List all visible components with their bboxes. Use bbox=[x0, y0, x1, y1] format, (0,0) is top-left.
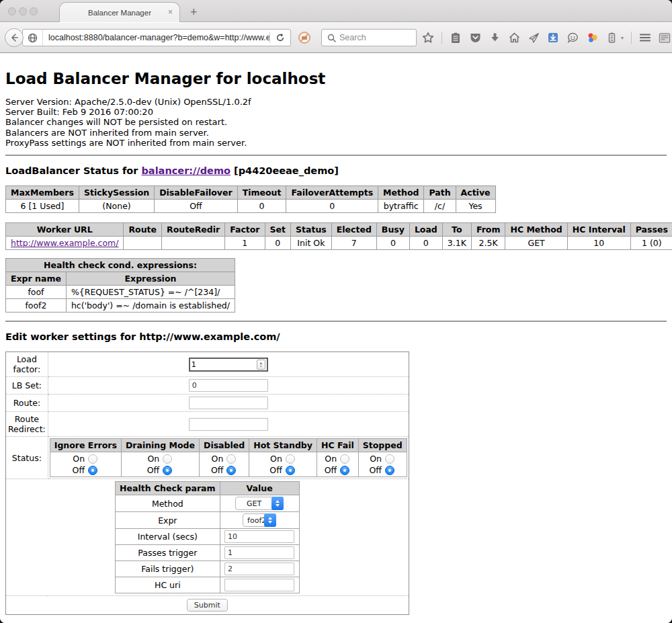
lb-set-input[interactable] bbox=[189, 379, 268, 392]
toolbar-icon-row: ▾ bbox=[422, 29, 671, 46]
download-arrow-icon bbox=[490, 32, 500, 43]
radio-ignore-errors-on[interactable] bbox=[88, 454, 97, 464]
col-hc-param: Health Check param bbox=[116, 482, 220, 495]
paper-plane-icon bbox=[528, 32, 540, 43]
radio-ignore-errors-off[interactable] bbox=[88, 466, 97, 475]
battery-extension-button[interactable] bbox=[605, 32, 618, 44]
radio-stopped-off[interactable] bbox=[385, 466, 394, 475]
home-button[interactable] bbox=[508, 32, 520, 44]
hc-row-interval: Interval (secs) bbox=[116, 529, 300, 545]
tab-title: Balancer Manager bbox=[88, 9, 151, 17]
on-label: On bbox=[269, 454, 282, 464]
cell-route bbox=[124, 237, 162, 250]
expr-select[interactable]: foof2 bbox=[243, 513, 276, 527]
lb-status-suffix: [p4420eeae_demo] bbox=[230, 165, 339, 176]
back-button[interactable] bbox=[5, 28, 24, 47]
new-tab-button[interactable]: + bbox=[190, 5, 198, 19]
content-blocker-icon[interactable] bbox=[298, 31, 311, 47]
cell-passes: 1 (0) bbox=[630, 237, 672, 250]
route-input[interactable] bbox=[189, 397, 268, 409]
downloads-button[interactable] bbox=[489, 32, 501, 44]
radio-draining-mode-off[interactable] bbox=[163, 466, 172, 475]
reload-button[interactable] bbox=[270, 33, 290, 42]
hc-row-hc-uri: HC uri bbox=[116, 577, 300, 593]
url-text[interactable]: localhost:8880/balancer-manager?b=demo&w… bbox=[43, 33, 269, 42]
cell-stickysession: (None) bbox=[79, 200, 154, 213]
load-factor-input[interactable] bbox=[192, 360, 257, 369]
search-bar[interactable]: Search bbox=[321, 29, 417, 46]
cell-method: bytraffic bbox=[378, 200, 424, 213]
cell-status: Init Ok bbox=[291, 237, 332, 250]
hc-row-method: Method GET bbox=[116, 495, 300, 512]
pocket-button[interactable] bbox=[469, 32, 481, 44]
radio-hot-standby-on[interactable] bbox=[286, 454, 295, 464]
star-icon bbox=[422, 32, 434, 44]
on-label: On bbox=[369, 454, 381, 464]
table-row: 6 [1 Used] (None) Off 0 0 bytraffic /c/ … bbox=[6, 200, 496, 213]
number-spinner-icon[interactable]: ▴▾ bbox=[257, 360, 265, 370]
tab-close-icon[interactable]: × bbox=[168, 8, 173, 16]
window-minimize-button[interactable] bbox=[19, 7, 27, 15]
submit-button[interactable]: Submit bbox=[187, 599, 228, 612]
lb-set-label: LB Set: bbox=[6, 377, 48, 394]
col-expression: Expression bbox=[66, 272, 235, 286]
tile-view-button[interactable] bbox=[659, 32, 671, 44]
radio-disabled-off[interactable] bbox=[226, 466, 236, 475]
radio-hc-fail-on[interactable] bbox=[340, 454, 349, 464]
colored-dots-extension-button[interactable] bbox=[586, 32, 598, 44]
col-expr-name: Expr name bbox=[6, 272, 67, 286]
menu-button[interactable] bbox=[639, 32, 651, 44]
hc-header-row: Health Check param Value bbox=[116, 482, 300, 495]
search-icon bbox=[327, 34, 336, 42]
tab-balancer-manager[interactable]: Balancer Manager × bbox=[59, 2, 180, 22]
cell-load: 0 bbox=[409, 237, 442, 250]
site-identity[interactable] bbox=[23, 30, 43, 46]
radio-stopped-on[interactable] bbox=[385, 454, 394, 464]
col-set: Set bbox=[265, 223, 290, 237]
reading-list-button[interactable] bbox=[450, 32, 462, 44]
method-select-value: GET bbox=[236, 499, 268, 508]
server-info: Server Version: Apache/2.5.0-dev (Unix) … bbox=[5, 97, 667, 148]
balancer-demo-link[interactable]: balancer://demo bbox=[141, 165, 230, 176]
col-from: From bbox=[471, 223, 505, 237]
home-icon bbox=[509, 32, 520, 43]
cell-expr-name: foof2 bbox=[6, 299, 67, 313]
form-row-submit: Submit bbox=[6, 596, 409, 615]
form-row-lb-set: LB Set: bbox=[6, 377, 409, 394]
passes-input[interactable] bbox=[224, 546, 294, 559]
worker-status-table: Worker URL Route RouteRedir Factor Set S… bbox=[5, 222, 672, 250]
window-zoom-button[interactable] bbox=[30, 7, 38, 15]
form-row-health-check: Health Check param Value Method GET bbox=[6, 479, 409, 596]
bookmark-star-button[interactable] bbox=[422, 32, 434, 44]
chevron-down-icon[interactable]: ▾ bbox=[621, 35, 624, 41]
toolbar-separator-2 bbox=[631, 32, 632, 44]
health-check-expressions-table: Health check cond. expressions: Expr nam… bbox=[5, 258, 235, 313]
extension-download-button[interactable] bbox=[547, 32, 559, 44]
cell-active: Yes bbox=[456, 200, 495, 213]
interval-input[interactable] bbox=[224, 530, 294, 543]
page-content: Load Balancer Manager for localhost Serv… bbox=[0, 54, 672, 623]
radio-hc-fail-off[interactable] bbox=[340, 466, 349, 475]
col-hot-standby: Hot Standby bbox=[249, 439, 317, 452]
url-bar[interactable]: localhost:8880/balancer-manager?b=demo&w… bbox=[22, 29, 291, 46]
form-row-route-redirect: Route Redirect: bbox=[6, 412, 409, 437]
worker-url-link[interactable]: http://www.example.com/ bbox=[11, 238, 118, 248]
hc-uri-input[interactable] bbox=[224, 579, 294, 591]
method-select[interactable]: GET bbox=[235, 497, 284, 510]
fails-input[interactable] bbox=[224, 563, 294, 575]
status-label: Status: bbox=[6, 437, 48, 479]
on-label: On bbox=[325, 454, 337, 464]
col-load: Load bbox=[409, 223, 442, 237]
send-tab-button[interactable] bbox=[528, 32, 540, 44]
persist-note: Balancer changes will NOT be persisted o… bbox=[5, 117, 667, 127]
radio-draining-mode-on[interactable] bbox=[163, 454, 172, 464]
route-redirect-input[interactable] bbox=[189, 418, 268, 431]
radio-hot-standby-off[interactable] bbox=[286, 466, 295, 475]
expr-table-title: Health check cond. expressions: bbox=[6, 259, 235, 272]
window-close-button[interactable] bbox=[8, 7, 16, 15]
health-check-param-table: Health Check param Value Method GET bbox=[115, 481, 300, 593]
feedback-button[interactable] bbox=[566, 32, 579, 44]
radio-disabled-on[interactable] bbox=[226, 454, 236, 464]
hc-row-passes: Passes trigger bbox=[116, 545, 300, 561]
table-header-row: Worker URL Route RouteRedir Factor Set S… bbox=[6, 223, 672, 237]
